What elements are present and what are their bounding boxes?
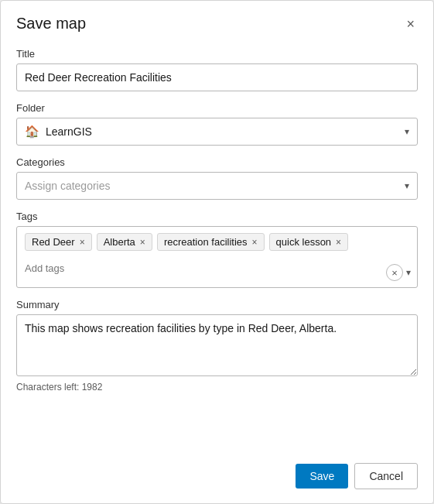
home-icon: 🏠 — [25, 125, 39, 139]
tags-clear-button[interactable]: × — [386, 264, 403, 281]
categories-dropdown[interactable]: Assign categories ▾ — [16, 172, 418, 200]
summary-field-group: Summary This map shows recreation facili… — [16, 299, 418, 393]
chevron-down-icon: ▾ — [405, 126, 409, 137]
close-icon: × — [406, 17, 415, 31]
tag-text: quick lesson — [276, 236, 332, 248]
cancel-button[interactable]: Cancel — [354, 463, 418, 489]
tag-text: Red Deer — [32, 236, 75, 248]
folder-value: LearnGIS — [46, 125, 92, 138]
tag-red-deer: Red Deer × — [25, 233, 92, 251]
folder-label: Folder — [16, 102, 418, 114]
tag-text: Alberta — [104, 236, 135, 248]
save-button[interactable]: Save — [296, 464, 348, 489]
categories-label: Categories — [16, 156, 418, 168]
tag-remove-alberta[interactable]: × — [140, 238, 145, 247]
tag-remove-recreation-facilities[interactable]: × — [252, 238, 258, 247]
folder-dropdown[interactable]: 🏠 LearnGIS ▾ — [16, 118, 418, 146]
title-field-group: Title — [16, 48, 418, 91]
close-button[interactable]: × — [403, 15, 418, 33]
char-count: Characters left: 1982 — [16, 382, 418, 393]
tag-remove-quick-lesson[interactable]: × — [336, 238, 341, 247]
tag-quick-lesson: quick lesson × — [269, 233, 349, 251]
dialog-footer: Save Cancel — [1, 454, 433, 503]
categories-field-group: Categories Assign categories ▾ — [16, 156, 418, 200]
tag-recreation-facilities: recreation facilities × — [157, 233, 265, 251]
dialog-title: Save map — [16, 15, 86, 33]
dialog-body: Title Folder 🏠 LearnGIS ▾ Categories Ass… — [1, 43, 433, 454]
title-label: Title — [16, 48, 418, 60]
summary-textarea[interactable]: This map shows recreation facilities by … — [16, 314, 418, 376]
save-map-dialog: Save map × Title Folder 🏠 LearnGIS ▾ Cat… — [0, 0, 434, 504]
tag-remove-red-deer[interactable]: × — [80, 238, 85, 247]
categories-placeholder: Assign categories — [25, 180, 111, 192]
title-input[interactable] — [16, 63, 418, 91]
add-tags-input[interactable] — [25, 260, 155, 276]
chevron-down-icon: ▾ — [405, 180, 409, 191]
folder-field-group: Folder 🏠 LearnGIS ▾ — [16, 102, 418, 146]
tag-text: recreation facilities — [164, 236, 248, 248]
tags-controls: × ▾ — [386, 264, 411, 281]
summary-label: Summary — [16, 299, 418, 310]
tags-container: Red Deer × Alberta × recreation faciliti… — [16, 226, 418, 288]
tags-field-group: Tags Red Deer × Alberta × recreation fac… — [16, 211, 418, 288]
tags-chevron-icon[interactable]: ▾ — [406, 267, 411, 278]
tags-label: Tags — [16, 211, 418, 222]
dialog-header: Save map × — [1, 1, 433, 43]
tag-alberta: Alberta × — [97, 233, 152, 251]
